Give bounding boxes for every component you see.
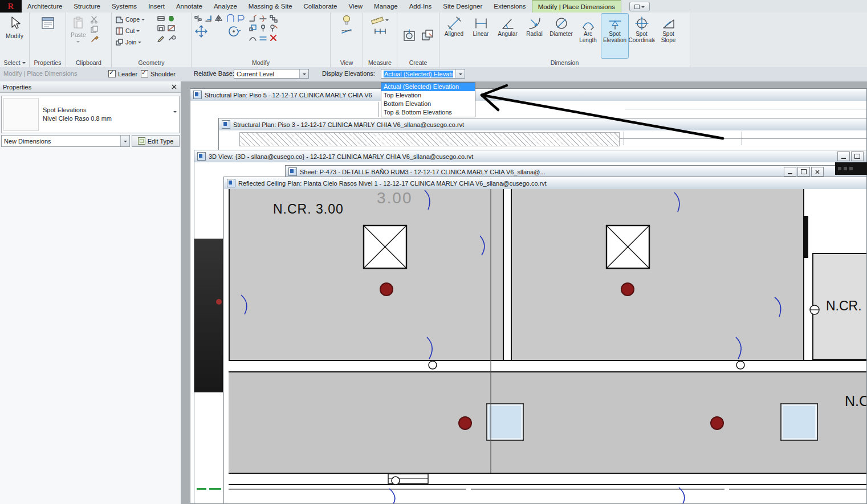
delete-icon[interactable] bbox=[269, 34, 278, 42]
dimension-tool-diameter[interactable]: Diameter bbox=[548, 14, 575, 58]
panel-label-geometry[interactable]: Geometry bbox=[112, 58, 191, 67]
door-profile-icon[interactable] bbox=[237, 14, 245, 23]
edit-profile-pencil-icon[interactable] bbox=[157, 34, 165, 42]
tab-site-designer[interactable]: Site Designer bbox=[437, 0, 488, 13]
panel-label-select[interactable]: Select bbox=[0, 58, 29, 67]
copy-icon[interactable] bbox=[90, 25, 99, 34]
align-icon[interactable] bbox=[194, 14, 202, 23]
properties-filter-select[interactable]: New Dimensions bbox=[1, 135, 130, 147]
dimension-tool-spot-slope[interactable]: Spot Slope bbox=[655, 14, 682, 58]
dimension-tool-spot-coordinate[interactable]: Spot Coordinate bbox=[628, 14, 655, 58]
display-elevations-select[interactable]: Actual (Selected) Elevati bbox=[381, 69, 465, 79]
minimize-button[interactable] bbox=[784, 167, 796, 177]
array-icon[interactable] bbox=[269, 14, 278, 23]
tab-architecture[interactable]: Architecture bbox=[22, 0, 68, 13]
dimension-tool-aligned[interactable]: Aligned bbox=[441, 14, 467, 58]
cut-scissors-icon[interactable] bbox=[90, 15, 99, 24]
paint-icon[interactable] bbox=[167, 14, 176, 23]
window-titlebar[interactable]: Structural Plan: Piso 3 - 12-12-17 CLINI… bbox=[219, 118, 866, 131]
scale-icon[interactable] bbox=[249, 24, 257, 32]
cope-button[interactable]: Cope bbox=[114, 14, 155, 24]
shoulder-checkbox-row[interactable]: Shoulder bbox=[141, 70, 176, 77]
tab-modify-place-dimensions[interactable]: Modify | Place Dimensions bbox=[532, 0, 621, 13]
edit-type-button[interactable]: Edit Type bbox=[132, 135, 180, 147]
close-button[interactable] bbox=[811, 167, 824, 177]
match-properties-icon[interactable] bbox=[90, 35, 99, 43]
maximize-button[interactable] bbox=[797, 167, 810, 177]
dimension-tool-spot-elevation[interactable]: Spot Elevation bbox=[601, 14, 628, 58]
dimension-tool-linear[interactable]: Linear bbox=[467, 14, 494, 58]
panel-label-view[interactable]: View bbox=[331, 58, 363, 67]
split-icon[interactable] bbox=[259, 14, 267, 23]
create-similar-icon[interactable] bbox=[421, 28, 434, 43]
panel-label-measure[interactable]: Measure bbox=[363, 58, 397, 67]
shoulder-checkbox[interactable] bbox=[141, 70, 148, 77]
dropdown-option-actual-elevation[interactable]: Actual (Selected) Elevation bbox=[381, 83, 475, 91]
paste-button[interactable]: Paste bbox=[68, 14, 88, 45]
ribbon-display-toggle[interactable] bbox=[629, 2, 650, 11]
dimension-tool-radial[interactable]: Radial bbox=[521, 14, 548, 58]
wall-profile-icon[interactable] bbox=[226, 14, 235, 23]
offset-copy-icon[interactable] bbox=[259, 34, 267, 42]
chevron-down-icon bbox=[641, 6, 645, 10]
properties-button[interactable] bbox=[38, 14, 58, 32]
arc-length-dimension-icon bbox=[581, 16, 596, 31]
create-group-icon[interactable] bbox=[402, 28, 416, 43]
relative-base-select[interactable]: Current Level bbox=[234, 69, 309, 79]
tab-view[interactable]: View bbox=[343, 0, 368, 13]
reveal-hidden-lightbulb-icon[interactable] bbox=[341, 14, 352, 26]
join-button[interactable]: Join bbox=[114, 37, 155, 47]
tab-structure[interactable]: Structure bbox=[68, 0, 106, 13]
panel-label-dimension[interactable]: Dimension bbox=[439, 58, 690, 67]
modify-button[interactable]: Modify bbox=[3, 14, 26, 41]
tab-manage[interactable]: Manage bbox=[368, 0, 404, 13]
wrench-icon[interactable] bbox=[167, 34, 176, 42]
tab-massing-site[interactable]: Massing & Site bbox=[243, 0, 298, 13]
panel-label-modify[interactable]: Modify bbox=[192, 58, 330, 67]
tab-extensions[interactable]: Extensions bbox=[488, 0, 531, 13]
close-icon[interactable] bbox=[170, 83, 178, 91]
dimension-tool-angular[interactable]: Angular bbox=[494, 14, 521, 58]
window-titlebar[interactable]: Reflected Ceiling Plan: Planta Cielo Ras… bbox=[224, 177, 866, 190]
type-selector[interactable]: Spot Elevations Nivel Cielo Raso 0.8 mm bbox=[1, 96, 180, 133]
beam-cutback-icon[interactable] bbox=[157, 14, 165, 23]
rotate-icon[interactable] bbox=[226, 24, 241, 39]
window-titlebar[interactable]: Structural Plan: Piso 5 - 12-12-17 CLINI… bbox=[190, 89, 866, 101]
revit-app-logo[interactable]: R bbox=[0, 0, 22, 13]
tab-analyze[interactable]: Analyze bbox=[208, 0, 243, 13]
minimize-button[interactable] bbox=[837, 151, 850, 161]
measure-ruler-icon[interactable] bbox=[371, 14, 384, 26]
linework-icon[interactable] bbox=[341, 28, 352, 35]
dropdown-option-top-bottom-elevations[interactable]: Top & Bottom Elevations bbox=[381, 108, 475, 117]
tab-add-ins[interactable]: Add-Ins bbox=[404, 0, 438, 13]
leader-checkbox[interactable] bbox=[108, 70, 116, 77]
window-titlebar[interactable]: 3D View: {3D - sllana@cusego.co} - 12-12… bbox=[194, 150, 866, 163]
properties-palette-header[interactable]: Properties bbox=[0, 81, 181, 93]
dimension-segments-icon[interactable] bbox=[374, 28, 386, 35]
panel-label-clipboard[interactable]: Clipboard bbox=[66, 58, 111, 67]
window-reflected-ceiling-plan[interactable]: Reflected Ceiling Plan: Planta Cielo Ras… bbox=[223, 177, 867, 504]
ceiling-height-faded-label: 3.00 bbox=[377, 189, 413, 207]
tab-collaborate[interactable]: Collaborate bbox=[298, 0, 343, 13]
panel-label-properties[interactable]: Properties bbox=[30, 58, 66, 67]
mirror-icon[interactable] bbox=[214, 14, 223, 23]
wall-opening-icon[interactable] bbox=[157, 24, 165, 32]
dropdown-option-top-elevation[interactable]: Top Elevation bbox=[381, 91, 475, 100]
dimension-tool-arc-length[interactable]: Arc Length bbox=[575, 14, 601, 58]
cut-button[interactable]: Cut bbox=[114, 26, 155, 36]
tab-annotate[interactable]: Annotate bbox=[170, 0, 208, 13]
tab-insert[interactable]: Insert bbox=[143, 0, 170, 13]
leader-checkbox-row[interactable]: Leader bbox=[108, 70, 137, 77]
join-ends-icon[interactable] bbox=[249, 34, 257, 42]
unpin-icon[interactable] bbox=[269, 24, 278, 32]
maximize-button[interactable] bbox=[851, 151, 864, 161]
move-icon[interactable] bbox=[194, 24, 209, 39]
offset-icon[interactable] bbox=[204, 14, 213, 23]
tab-systems[interactable]: Systems bbox=[106, 0, 143, 13]
trim-icon[interactable] bbox=[249, 14, 257, 23]
dropdown-option-bottom-elevation[interactable]: Bottom Elevation bbox=[381, 100, 475, 108]
ceiling-plan-viewport[interactable]: 3.00 N.CR. 3.00 N.CR. N.C bbox=[224, 189, 866, 503]
pin-icon[interactable] bbox=[259, 24, 267, 32]
split-face-icon[interactable] bbox=[167, 24, 176, 32]
panel-label-create[interactable]: Create bbox=[397, 58, 439, 67]
